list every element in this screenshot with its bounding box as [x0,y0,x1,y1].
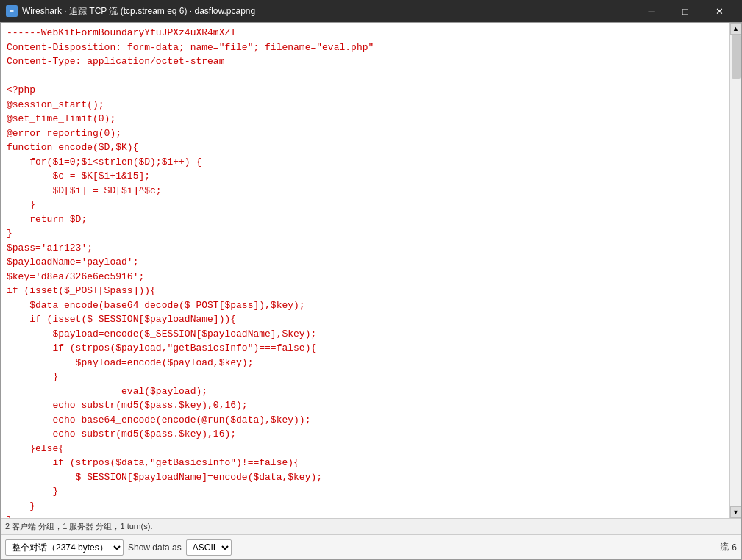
wireshark-icon [6,5,18,17]
titlebar-left: Wireshark · 追踪 TCP 流 (tcp.stream eq 6) ·… [6,5,255,18]
toolbar-right: 流 6 [720,541,737,553]
code-area: ------WebKitFormBoundaryYfuJPXz4uXR4mXZI… [1,23,741,518]
titlebar-title: Wireshark · 追踪 TCP 流 (tcp.stream eq 6) ·… [22,5,255,18]
scroll-up-button[interactable]: ▲ [730,23,742,35]
status-text: 2 客户端 分组，1 服务器 分组，1 turn(s). [5,521,737,532]
encoding-select[interactable]: ASCII [186,539,232,556]
stream-number: 6 [732,542,737,553]
main-window: ------WebKitFormBoundaryYfuJPXz4uXR4mXZI… [0,22,742,560]
minimize-button[interactable]: ─ [635,0,668,22]
scrollbar-y[interactable]: ▲ ▼ [729,23,741,518]
stream-label: 流 [720,541,729,553]
scrollbar-track[interactable] [732,35,741,79]
close-button[interactable]: ✕ [702,0,736,22]
code-content: ------WebKitFormBoundaryYfuJPXz4uXR4mXZI… [7,26,724,518]
code-scroll[interactable]: ------WebKitFormBoundaryYfuJPXz4uXR4mXZI… [1,23,729,518]
toolbar: 整个对话（2374 bytes） Show data as ASCII 流 6 [1,534,741,559]
statusbar: 2 客户端 分组，1 服务器 分组，1 turn(s). [1,518,741,534]
maximize-button[interactable]: □ [668,0,702,22]
conversation-select[interactable]: 整个对话（2374 bytes） [5,539,124,556]
titlebar-controls: ─ □ ✕ [635,0,736,22]
titlebar: Wireshark · 追踪 TCP 流 (tcp.stream eq 6) ·… [0,0,742,22]
show-data-label: Show data as [128,542,182,553]
scroll-down-button[interactable]: ▼ [730,506,742,518]
